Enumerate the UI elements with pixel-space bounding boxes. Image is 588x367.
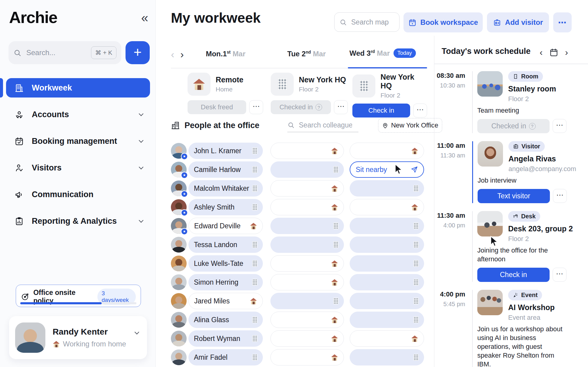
day-cell-wed[interactable] <box>350 199 424 215</box>
book-workspace-button[interactable]: Book workspace <box>403 12 483 32</box>
more-button[interactable]: ⋯ <box>553 119 567 133</box>
day-cell-wed[interactable] <box>350 236 424 253</box>
sidebar-item-accounts[interactable]: Accounts <box>6 105 150 124</box>
chevron-down-icon[interactable] <box>135 330 139 335</box>
desk-freed-button[interactable]: Desk freed <box>188 100 246 114</box>
day-cell-tue[interactable] <box>270 255 344 272</box>
day-cell-wed[interactable] <box>350 143 424 159</box>
more-button[interactable]: ⋯ <box>334 100 348 114</box>
person-name-pill[interactable]: Edward Deville <box>188 218 263 234</box>
person-name-pill[interactable]: John L. Kramer <box>188 143 263 159</box>
app-logo: Archie <box>9 8 57 27</box>
item-subtitle: Floor 2 <box>508 235 573 243</box>
day-cell-tue[interactable] <box>270 218 344 234</box>
person-name-pill[interactable]: Alina Glass <box>188 312 263 328</box>
office-building-icon <box>413 354 419 361</box>
schedule-next-icon[interactable]: › <box>565 48 568 57</box>
office-filter[interactable]: New York Office <box>378 118 442 133</box>
check-in-button[interactable]: Check in <box>477 268 550 282</box>
day-cell-wed[interactable] <box>350 349 424 365</box>
day-cell-wed[interactable] <box>350 312 424 328</box>
person-name-pill[interactable]: Amir Fadel <box>188 349 263 365</box>
person-name-pill[interactable]: Malcolm Whitaker <box>188 180 263 197</box>
more-button[interactable]: ⋯ <box>553 268 567 282</box>
sidebar-item-communication[interactable]: Communication <box>6 185 150 204</box>
calendar-icon[interactable] <box>549 48 558 57</box>
day-cell-tue[interactable] <box>270 199 344 215</box>
person-name-pill[interactable]: Simon Herring <box>188 274 263 290</box>
sidebar-item-visitors[interactable]: Visitors <box>6 158 150 177</box>
text-visitor-button[interactable]: Text visitor <box>478 189 550 203</box>
office-building-icon <box>252 166 257 173</box>
home-icon <box>331 260 338 267</box>
week-next-icon[interactable]: › <box>180 49 184 59</box>
location-title: Remote <box>216 75 243 84</box>
week-prev-icon[interactable]: ‹ <box>171 49 174 59</box>
policy-progress-bar <box>20 302 136 304</box>
day-cell-wed[interactable] <box>350 274 424 290</box>
day-cell-wed[interactable] <box>350 293 424 309</box>
day-cell-tue[interactable] <box>270 293 344 309</box>
day-cell-tue[interactable] <box>270 143 344 159</box>
more-button[interactable]: ⋯ <box>249 100 263 114</box>
schedule-prev-icon[interactable]: ‹ <box>540 48 543 57</box>
star-badge-icon: ★ <box>181 190 188 197</box>
sidebar-search[interactable]: ⌘ + K <box>8 41 121 64</box>
sidebar-item-workweek[interactable]: Workweek <box>6 78 150 98</box>
avatar: ★ <box>171 199 187 215</box>
header-more-button[interactable]: ⋯ <box>553 12 572 32</box>
office-building-icon <box>252 185 257 192</box>
office-building-icon <box>252 260 257 267</box>
office-building-icon <box>413 260 419 267</box>
colleague-search-input[interactable] <box>298 121 353 130</box>
door-icon <box>513 74 518 79</box>
check-in-button[interactable]: Check in <box>352 104 410 117</box>
day-label: Wed 3rd Mar <box>349 49 390 58</box>
person-name-pill[interactable]: Luke Wells-Tate <box>188 255 263 272</box>
sidebar-item-reporting-analytics[interactable]: Reporting & Analytics <box>6 211 150 231</box>
more-button[interactable]: ⋯ <box>413 104 427 117</box>
map-search[interactable] <box>334 12 400 32</box>
add-visitor-button[interactable]: Add visitor <box>487 12 549 32</box>
day-cell-tue[interactable] <box>270 161 344 178</box>
calendar-check-icon <box>15 137 24 146</box>
sidebar: Archie « ⌘ + K + Workweek Accounts <box>0 0 156 367</box>
location-title: New York HQ <box>381 73 427 90</box>
day-cell-tue[interactable] <box>270 312 344 328</box>
quick-add-button[interactable]: + <box>126 41 150 64</box>
person-name-pill[interactable]: Jared Miles <box>188 293 263 309</box>
person-name-pill[interactable]: Ashley Smith <box>188 199 263 215</box>
day-header-wed[interactable]: Wed 3rd Mar Today <box>333 48 433 58</box>
day-cell-tue[interactable] <box>270 180 344 197</box>
day-cell-tue[interactable] <box>270 236 344 253</box>
day-header-mon[interactable]: Mon.1st Mar <box>188 50 263 58</box>
person-name-pill[interactable]: Tessa Landon <box>188 236 263 253</box>
sidebar-item-booking-management[interactable]: Booking management <box>6 131 150 151</box>
person-name-pill[interactable]: Camille Harlow <box>188 161 263 178</box>
more-button[interactable]: ⋯ <box>553 189 567 203</box>
user-card[interactable]: Randy Kenter Working from home <box>9 316 147 359</box>
home-icon <box>331 317 338 323</box>
office-onsite-policy-card[interactable]: Office onsite policy 3 days/week <box>16 285 141 307</box>
sidebar-search-input[interactable] <box>26 48 71 57</box>
schedule-title: Today's work schedule <box>442 47 531 56</box>
map-search-input[interactable] <box>351 18 390 27</box>
day-header-tue[interactable]: Tue 2nd Mar <box>270 50 343 58</box>
office-filter-label: New York Office <box>391 121 438 129</box>
day-cell-wed[interactable] <box>350 180 424 197</box>
day-cell-tue[interactable] <box>270 274 344 290</box>
checked-in-button[interactable]: Checked in ? <box>477 119 550 133</box>
day-cell-tue[interactable] <box>270 330 344 347</box>
checked-in-button[interactable]: Checked in ? <box>271 100 331 114</box>
people-row: ★ Malcolm Whitaker <box>171 179 430 198</box>
sit-nearby-button[interactable]: Sit nearby <box>350 161 424 178</box>
day-cell-tue[interactable] <box>270 349 344 365</box>
day-cell-wed[interactable] <box>350 255 424 272</box>
person-name-pill[interactable]: Robert Wyman <box>188 330 263 347</box>
day-cell-wed[interactable] <box>350 218 424 234</box>
day-cell-wed[interactable] <box>350 330 424 347</box>
office-building-icon <box>252 335 257 342</box>
colleague-search[interactable] <box>287 118 358 132</box>
mouse-cursor <box>489 236 499 247</box>
collapse-sidebar-icon[interactable]: « <box>141 12 148 24</box>
